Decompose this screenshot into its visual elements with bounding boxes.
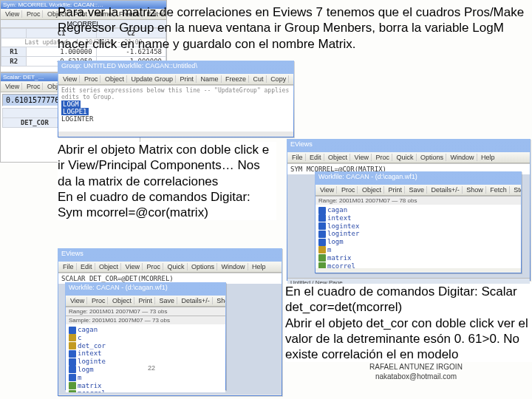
window-title: Group: UNTITLED Workfile: CAGAN::Untitle… xyxy=(61,62,197,69)
wf-item[interactable]: c xyxy=(78,334,81,341)
menu-view[interactable]: View xyxy=(352,154,372,161)
menu-proc[interactable]: Proc xyxy=(339,186,358,194)
menu-print[interactable]: Print xyxy=(178,75,197,83)
menu-proc[interactable]: Proc xyxy=(24,83,44,90)
window-title: Workfile: CACAN - (d:\cagan.wf1) xyxy=(318,173,417,180)
menu-update-group[interactable]: Update Group xyxy=(129,75,176,83)
menu-quick[interactable]: Quick xyxy=(166,263,188,270)
menu-print[interactable]: Print xyxy=(136,297,155,304)
wf-item[interactable]: logm xyxy=(327,238,344,245)
menu-file[interactable]: File xyxy=(61,263,77,270)
menu-help[interactable]: Help xyxy=(250,263,268,270)
menu-cut[interactable]: Cut xyxy=(251,75,267,83)
menu-save[interactable]: Save xyxy=(406,186,427,194)
toolbar[interactable]: View Proc Object Print Save Details+/- S… xyxy=(66,296,225,307)
range-text: Range: 2001M01 2007M07 — 78 obs xyxy=(316,196,521,205)
wf-item[interactable]: m xyxy=(327,246,331,253)
wf-item[interactable]: matrix xyxy=(327,254,352,262)
wf-item-detcor[interactable]: det_cor xyxy=(78,342,106,349)
menubar[interactable]: File Edit Object View Proc Quick Options… xyxy=(58,262,282,273)
wf-item[interactable]: loginte xyxy=(78,358,106,365)
menu-print[interactable]: Print xyxy=(386,186,405,194)
menu-object[interactable]: Object xyxy=(103,75,127,83)
menu-quick[interactable]: Quick xyxy=(395,154,417,161)
menu-proc[interactable]: Proc xyxy=(89,297,109,304)
wf-item[interactable]: loginter xyxy=(327,230,359,237)
wf-item[interactable]: matrix xyxy=(78,382,102,389)
menu-show[interactable]: Show xyxy=(214,297,225,304)
menu-view[interactable]: View xyxy=(3,10,22,18)
author-name: RAFAEL ANTUNEZ IRGOIN xyxy=(369,363,463,371)
menu-file[interactable]: File xyxy=(290,154,306,161)
menu-object[interactable]: Object xyxy=(360,186,384,194)
menu-fetch[interactable]: Fetch xyxy=(488,186,510,194)
menu-copy[interactable]: Copy xyxy=(268,75,289,83)
list-item-logpe1[interactable]: LOGPE1 xyxy=(61,108,89,115)
menu-show[interactable]: Show xyxy=(464,186,486,194)
row-r1: R1 xyxy=(1,47,27,57)
menu-details[interactable]: Details+/- xyxy=(180,297,213,304)
window-title: EViews xyxy=(290,140,313,148)
hint-text: Edit series expressions below this line … xyxy=(61,87,290,100)
toolbar[interactable]: View Proc Object Print Save Details+/- S… xyxy=(316,185,521,196)
menu-store[interactable]: Store xyxy=(511,186,521,194)
wf-item[interactable]: cagan xyxy=(78,326,98,333)
workfile-cacan-window: Workfile: CACAN - (d:\cagan.wf1) View Pr… xyxy=(315,171,522,273)
author-credit: RAFAEL ANTUNEZ IRGOIN nakatabox@hotmail.… xyxy=(353,362,479,381)
wf-item[interactable]: logintex xyxy=(327,222,359,230)
menu-object[interactable]: Object xyxy=(326,154,350,161)
menu-save[interactable]: Save xyxy=(157,297,177,304)
menu-options[interactable]: Options xyxy=(189,263,217,270)
wf-item[interactable]: mcorrel xyxy=(327,262,355,268)
menu-proc[interactable]: Proc xyxy=(24,10,44,18)
range-text: Range: 2001M01 2007M07 — 73 obs xyxy=(66,307,225,316)
toolbar[interactable]: View Proc Object Update Group Print Name… xyxy=(58,74,293,85)
list-item-loginter[interactable]: LOGINTER xyxy=(61,115,93,123)
menu-proc[interactable]: Proc xyxy=(373,154,392,161)
workfile-cacan-window-2: Workfile: CACAN - (d:\cagan.wf1) View Pr… xyxy=(65,282,226,390)
menu-view[interactable]: View xyxy=(318,186,337,194)
intro-paragraph: Para ver la matriz de correlaciones en E… xyxy=(58,4,528,52)
window-title: EViews xyxy=(61,250,83,257)
menu-view[interactable]: View xyxy=(68,297,87,304)
workfile-item-list[interactable]: cagan c det_cor intext loginte logm m ma… xyxy=(66,324,225,392)
menu-freeze[interactable]: Freeze xyxy=(223,75,249,83)
list-item-logm[interactable]: LOGM xyxy=(61,100,81,108)
menu-edit[interactable]: Edit xyxy=(78,263,95,270)
wf-item[interactable]: cagan xyxy=(327,206,347,214)
menu-view[interactable]: View xyxy=(123,263,143,270)
bottom-right-paragraph: En el cuadro de comandos Digitar: Scalar… xyxy=(285,284,532,362)
page-number: 22 xyxy=(148,364,155,372)
workfile-item-list[interactable]: cagan intext logintex loginter logm m ma… xyxy=(316,205,521,268)
wf-item[interactable]: mcorrel xyxy=(78,389,106,392)
menu-details[interactable]: Details+/- xyxy=(429,186,463,194)
author-email: nakatabox@hotmail.com xyxy=(375,372,457,381)
menu-window[interactable]: Window xyxy=(449,154,477,161)
wf-item[interactable]: logm xyxy=(78,366,94,373)
menu-proc[interactable]: Proc xyxy=(144,263,163,270)
menu-object[interactable]: Object xyxy=(110,297,134,304)
menu-proc[interactable]: Proc xyxy=(82,75,101,83)
mid-left-paragraph: Abrir el objeto Matrix con doble click e… xyxy=(58,142,276,220)
wf-item[interactable]: intext xyxy=(78,349,102,357)
menu-name[interactable]: Name xyxy=(199,75,222,83)
menu-view[interactable]: View xyxy=(3,83,22,90)
menu-object[interactable]: Object xyxy=(97,263,121,270)
menubar[interactable]: File Edit Object View Proc Quick Options… xyxy=(287,152,530,163)
window-title: Workfile: CACAN - (d:\cagan.wf1) xyxy=(69,284,168,291)
row-r2: R2 xyxy=(1,57,27,66)
sample-text: Sample: 2001M01 2007M07 — 73 obs xyxy=(66,316,225,324)
menu-window[interactable]: Window xyxy=(219,263,248,270)
wf-item[interactable]: intext xyxy=(327,214,352,222)
wf-item[interactable]: m xyxy=(78,374,81,381)
menu-options[interactable]: Options xyxy=(418,154,446,161)
group-untitled-window: Group: UNTITLED Workfile: CAGAN::Untitle… xyxy=(58,61,294,137)
menu-help[interactable]: Help xyxy=(479,154,497,161)
menu-paste[interactable]: Paste xyxy=(291,75,293,83)
menu-view[interactable]: View xyxy=(61,75,80,83)
menu-edit[interactable]: Edit xyxy=(307,154,324,161)
